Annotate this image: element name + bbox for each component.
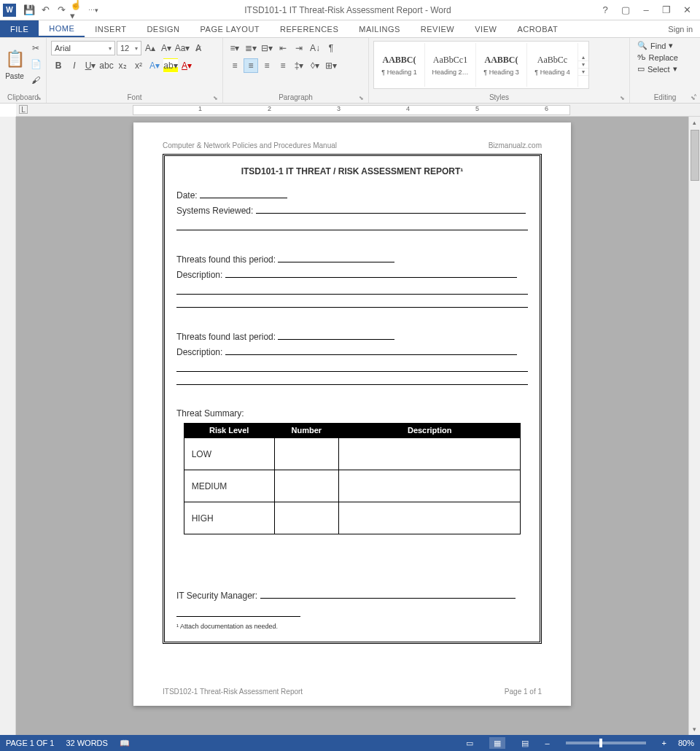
zoom-slider[interactable] xyxy=(566,742,646,744)
style-heading-2[interactable]: AaBbCc1Heading 2… xyxy=(425,43,476,87)
increase-indent-button[interactable]: ⇥ xyxy=(292,41,306,55)
paste-icon: 📋 xyxy=(3,47,26,71)
grow-font-button[interactable]: A▴ xyxy=(143,41,158,55)
align-left-button[interactable]: ≡ xyxy=(228,58,242,73)
shading-button[interactable]: ◊▾ xyxy=(308,58,322,73)
font-color-button[interactable]: A▾ xyxy=(179,58,194,73)
vertical-ruler[interactable] xyxy=(0,117,16,735)
title-bar: W 💾 ↶ ↷ ☝▾ ⋯▾ ITSD101-1 IT Threat-Risk A… xyxy=(0,0,700,20)
tab-review[interactable]: REVIEW xyxy=(411,20,464,37)
font-name-select[interactable]: Arial xyxy=(51,41,115,55)
line-spacing-button[interactable]: ‡▾ xyxy=(292,58,306,73)
subscript-button[interactable]: x₂ xyxy=(115,58,130,73)
document-page[interactable]: Computer & Network Policies and Procedur… xyxy=(133,122,571,706)
horizontal-ruler[interactable]: L 1 2 3 4 5 6 xyxy=(16,104,700,117)
show-marks-button[interactable]: ¶ xyxy=(324,41,338,55)
scroll-thumb[interactable] xyxy=(691,130,699,181)
strikethrough-button[interactable]: abc xyxy=(99,58,114,73)
cut-button[interactable]: ✂ xyxy=(28,41,43,55)
styles-scroll[interactable]: ▴▾▾ xyxy=(578,54,588,76)
print-layout-button[interactable]: ▦ xyxy=(489,737,505,749)
group-editing: 🔍Find ▾ ᵃ⁄ьReplace ▭Select ▾ Editing xyxy=(630,38,700,103)
tab-acrobat[interactable]: ACROBAT xyxy=(507,20,568,37)
sign-in-link[interactable]: Sign in xyxy=(661,20,700,37)
italic-button[interactable]: I xyxy=(67,58,82,73)
work-area: Computer & Network Policies and Procedur… xyxy=(0,117,700,735)
redo-icon[interactable]: ↷ xyxy=(54,3,69,17)
tab-mailings[interactable]: MAILINGS xyxy=(349,20,411,37)
page-indicator[interactable]: PAGE 1 OF 1 xyxy=(6,739,54,747)
scroll-up-icon[interactable]: ▴ xyxy=(689,117,700,128)
spellcheck-icon[interactable]: 📖 xyxy=(120,739,130,748)
restore-button[interactable]: ❐ xyxy=(659,4,674,15)
save-icon[interactable]: 💾 xyxy=(22,3,36,17)
doc-body: ITSD101-1 IT THREAT / RISK ASSESSMENT RE… xyxy=(163,154,542,644)
ribbon-options-button[interactable]: ▢ xyxy=(618,4,633,15)
change-case-button[interactable]: Aa▾ xyxy=(175,41,190,55)
document-canvas[interactable]: Computer & Network Policies and Procedur… xyxy=(16,117,688,735)
text-effects-button[interactable]: A▾ xyxy=(147,58,162,73)
touch-mode-icon[interactable]: ☝▾ xyxy=(70,3,85,17)
help-button[interactable]: ? xyxy=(598,4,612,15)
format-painter-button[interactable]: 🖌 xyxy=(28,73,43,87)
find-button[interactable]: 🔍Find ▾ xyxy=(637,41,678,50)
copy-button[interactable]: 📄 xyxy=(28,57,43,71)
word-app-icon: W xyxy=(3,4,16,17)
bold-button[interactable]: B xyxy=(51,58,66,73)
clear-formatting-button[interactable]: A̷ xyxy=(191,41,206,55)
read-mode-button[interactable]: ▭ xyxy=(462,737,478,749)
footnote: ¹ Attach documentation as needed. xyxy=(176,623,528,630)
bullets-button[interactable]: ≡▾ xyxy=(228,41,242,55)
tab-design[interactable]: DESIGN xyxy=(136,20,190,37)
select-button[interactable]: ▭Select ▾ xyxy=(637,64,678,74)
multilevel-list-button[interactable]: ⊟▾ xyxy=(260,41,274,55)
style-heading-3[interactable]: AABBC(¶ Heading 3 xyxy=(476,43,527,87)
field-threats-this: Threats found this period: xyxy=(176,254,528,265)
close-button[interactable]: ✕ xyxy=(680,4,694,15)
web-layout-button[interactable]: ▤ xyxy=(517,737,533,749)
field-manager: IT Security Manager: xyxy=(176,590,528,601)
sort-button[interactable]: A↓ xyxy=(308,41,322,55)
window-title: ITSD101-1 IT Threat-Risk Assessment Repo… xyxy=(104,5,592,15)
numbering-button[interactable]: ≣▾ xyxy=(244,41,258,55)
underline-button[interactable]: U▾ xyxy=(83,58,98,73)
group-font: Arial 12 A▴ A▾ Aa▾ A̷ B I U▾ abc x₂ x² A… xyxy=(47,38,223,103)
table-row: MEDIUM xyxy=(184,470,521,502)
styles-gallery[interactable]: AABBC(¶ Heading 1 AaBbCc1Heading 2… AABB… xyxy=(373,41,589,89)
group-paragraph: ≡▾ ≣▾ ⊟▾ ⇤ ⇥ A↓ ¶ ≡ ≡ ≡ ≡ ‡▾ ◊▾ ⊞▾ Parag… xyxy=(223,38,369,103)
justify-button[interactable]: ≡ xyxy=(276,58,290,73)
zoom-level[interactable]: 80% xyxy=(678,739,694,747)
qat-customize-icon[interactable]: ⋯▾ xyxy=(86,3,101,17)
zoom-out-button[interactable]: – xyxy=(545,739,549,747)
superscript-button[interactable]: x² xyxy=(131,58,146,73)
word-count[interactable]: 32 WORDS xyxy=(66,739,107,747)
tab-references[interactable]: REFERENCES xyxy=(270,20,349,37)
field-threats-last: Threats found last period: xyxy=(176,331,528,342)
tab-view[interactable]: VIEW xyxy=(464,20,507,37)
tab-insert[interactable]: INSERT xyxy=(85,20,136,37)
tab-selector[interactable]: L xyxy=(19,105,28,114)
style-heading-1[interactable]: AABBC(¶ Heading 1 xyxy=(374,43,425,87)
vertical-scrollbar[interactable]: ▴ ▾ xyxy=(688,117,700,735)
paste-button[interactable]: 📋 Paste xyxy=(3,39,26,87)
align-center-button[interactable]: ≡ xyxy=(244,58,258,73)
style-heading-4[interactable]: AaBbCc¶ Heading 4 xyxy=(527,43,578,87)
collapse-ribbon-button[interactable]: ˄ xyxy=(693,93,697,101)
align-right-button[interactable]: ≡ xyxy=(260,58,274,73)
highlight-button[interactable]: ab▾ xyxy=(163,58,178,73)
tab-home[interactable]: HOME xyxy=(39,20,85,37)
zoom-in-button[interactable]: + xyxy=(662,739,666,747)
tab-page-layout[interactable]: PAGE LAYOUT xyxy=(190,20,271,37)
minimize-button[interactable]: – xyxy=(639,4,653,15)
decrease-indent-button[interactable]: ⇤ xyxy=(276,41,290,55)
replace-button[interactable]: ᵃ⁄ьReplace xyxy=(637,52,678,62)
borders-button[interactable]: ⊞▾ xyxy=(324,58,338,73)
scroll-down-icon[interactable]: ▾ xyxy=(689,723,700,735)
tab-file[interactable]: FILE xyxy=(0,20,39,37)
shrink-font-button[interactable]: A▾ xyxy=(159,41,174,55)
table-row: HIGH xyxy=(184,502,521,534)
threat-summary-label: Threat Summary: xyxy=(176,408,528,419)
undo-icon[interactable]: ↶ xyxy=(38,3,52,17)
font-size-select[interactable]: 12 xyxy=(117,41,141,55)
find-icon: 🔍 xyxy=(637,41,648,50)
